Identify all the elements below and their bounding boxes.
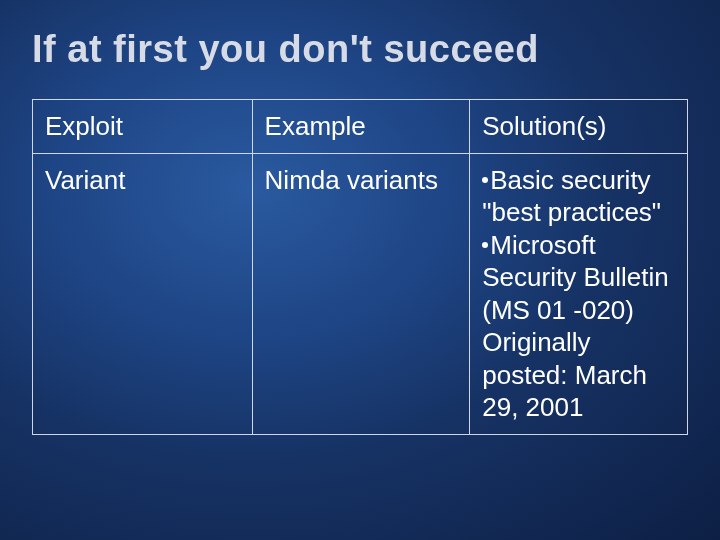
bullet-icon bbox=[482, 242, 488, 248]
header-example: Example bbox=[252, 100, 470, 154]
cell-solution: Basic security "best practices" Microsof… bbox=[470, 153, 688, 434]
header-exploit: Exploit bbox=[33, 100, 253, 154]
table-header-row: Exploit Example Solution(s) bbox=[33, 100, 688, 154]
solution-item-1: Basic security "best practices" bbox=[482, 165, 661, 228]
solution-item-2: Microsoft Security Bulletin (MS 01 -020)… bbox=[482, 230, 668, 423]
cell-exploit: Variant bbox=[33, 153, 253, 434]
table-row: Variant Nimda variants Basic security "b… bbox=[33, 153, 688, 434]
slide-title: If at first you don't succeed bbox=[32, 28, 688, 71]
header-solution: Solution(s) bbox=[470, 100, 688, 154]
slide: If at first you don't succeed Exploit Ex… bbox=[0, 0, 720, 540]
bullet-icon bbox=[482, 177, 488, 183]
cell-example: Nimda variants bbox=[252, 153, 470, 434]
content-table: Exploit Example Solution(s) Variant Nimd… bbox=[32, 99, 688, 435]
